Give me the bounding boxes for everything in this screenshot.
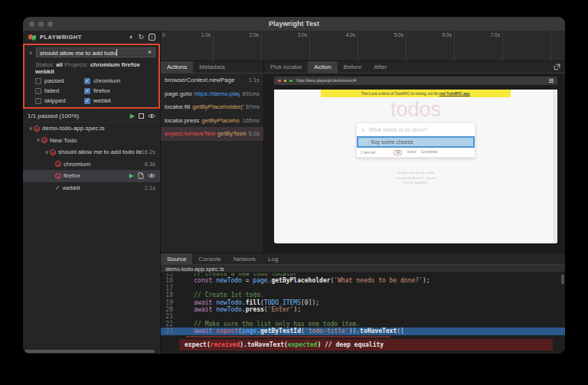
code-line-23[interactable]: 23 await expect(page.getByTestId('todo-t…	[161, 328, 565, 334]
tab-network[interactable]: Network	[227, 253, 262, 264]
todo-toggle-icon[interactable]	[361, 139, 368, 145]
run-test-icon[interactable]: ▶	[129, 173, 134, 179]
code-line-19[interactable]: 19 await newTodo.fill(TODO_ITEMS[0]);	[161, 299, 565, 306]
tab-log[interactable]: Log	[262, 253, 284, 264]
code-line-20[interactable]: 20 await newTodo.press('Enter');	[161, 306, 565, 313]
hamburger-menu-icon	[549, 78, 554, 83]
tree-row-should-allow-me-to-add-todo-ite-[interactable]: ∨×should allow me to add todo ite...16.2…	[23, 146, 160, 158]
action-title: browserContext.newPage	[165, 77, 235, 83]
open-external-icon[interactable]	[554, 64, 560, 70]
code-line-18[interactable]: 18 // Create 1st todo.	[161, 292, 565, 299]
sidebar-horizontal-scrollbar[interactable]	[24, 350, 155, 353]
filter-checkbox-failed[interactable]: failed	[35, 87, 84, 94]
clear-search-icon[interactable]: ×	[148, 49, 152, 56]
todo-card: ∨ What needs to be done? buy some cheese…	[356, 122, 475, 158]
action-duration: 165ms	[242, 117, 260, 124]
filter-checkbox-passed[interactable]: passed	[35, 77, 84, 84]
timeline-gridline	[261, 31, 262, 60]
tree-row-demo-todo-app-spec-ts[interactable]: ∨×demo-todo-app.spec.ts	[23, 122, 160, 135]
action-row-locator-press[interactable]: locator.pressgetByPlaceholde...165ms	[161, 114, 263, 128]
tab-metadata[interactable]: Metadata	[193, 61, 230, 73]
timeline-gridline	[309, 31, 310, 60]
timeline-gridline	[358, 31, 358, 60]
action-title: locator.fill	[165, 103, 190, 110]
real-todomvc-link[interactable]: real TodoMVC app.	[439, 92, 470, 96]
title-bar: Playwright Test	[23, 17, 565, 31]
tab-actions[interactable]: Actions	[161, 61, 193, 73]
todomvc-page: This is just a demo of TodoMVC for testi…	[274, 90, 557, 243]
filter-active-button[interactable]: Active	[407, 150, 416, 155]
todo-item-highlighted[interactable]: buy some cheese	[357, 136, 475, 148]
action-row-expect-tohavetext[interactable]: expect.toHaveTextgetByTestId('...5.0s	[161, 127, 263, 141]
expand-chevron-icon[interactable]: ∨	[28, 126, 34, 132]
timeline-gridline	[502, 31, 503, 60]
expand-chevron-icon[interactable]: ∨	[35, 137, 41, 143]
tab-console[interactable]: Console	[192, 253, 227, 264]
code-line-16[interactable]: 16 const newTodo = page.getByPlaceholder…	[161, 277, 565, 284]
filter-checkbox-webkit[interactable]: ✓webkit	[84, 97, 155, 104]
tab-action[interactable]: Action	[308, 61, 337, 73]
tab-before[interactable]: Before	[338, 61, 368, 73]
checkbox-unchecked-icon[interactable]	[35, 98, 41, 104]
checkbox-label: skipped	[44, 97, 66, 104]
stop-icon[interactable]	[139, 113, 144, 119]
timeline-tick-label: 2.0s	[244, 32, 259, 38]
search-value: should allow me to add todo	[40, 50, 116, 57]
fail-cross-icon: ×	[55, 173, 61, 179]
snapshot-url: https://demo.playwright.dev/todomvc/#/	[297, 79, 547, 83]
run-all-icon[interactable]: ▶	[130, 113, 135, 119]
watch-test-eye-icon[interactable]	[148, 173, 155, 178]
sidebar-header: PLAYWRIGHT ◐ ↻ ›	[23, 31, 160, 44]
source-file-icon[interactable]	[138, 172, 144, 179]
timeline[interactable]: 01.0s2.0s3.0s4.0s5.0s6.0s7.0s	[161, 31, 565, 61]
tab-pick-locator[interactable]: Pick locator	[264, 61, 308, 73]
test-tree: ∨×demo-todo-app.spec.ts∨×New Todo∨×shoul…	[23, 122, 160, 354]
checkbox-label: failed	[44, 87, 59, 94]
checkbox-checked-icon[interactable]: ✓	[84, 78, 90, 84]
code-scrollbar-thumb[interactable]	[561, 275, 564, 284]
checkbox-checked-icon[interactable]: ✓	[84, 88, 90, 94]
filter-checkbox-chromium[interactable]: ✓chromium	[84, 77, 155, 84]
code-viewer[interactable]: 15 // Create a new todo locator16 const …	[161, 273, 565, 338]
checkbox-checked-icon[interactable]: ✓	[84, 98, 90, 104]
code-line-22[interactable]: 22 // Make sure the list only has one to…	[161, 321, 565, 328]
code-line-21[interactable]: 21	[161, 313, 565, 320]
tree-row-new-todo[interactable]: ∨×New Todo	[23, 135, 160, 147]
sidebar: PLAYWRIGHT ◐ ↻ › ∨ should allow me to ad…	[23, 31, 161, 354]
tab-after[interactable]: After	[368, 61, 393, 73]
tree-row-webkit[interactable]: ✓webkit2.1s	[23, 182, 160, 194]
terminal-icon[interactable]: ›	[149, 34, 155, 41]
tree-row-firefox[interactable]: ×firefox▶	[23, 170, 160, 182]
expand-chevron-icon[interactable]: ∨	[44, 149, 50, 155]
browser-snapshot: https://demo.playwright.dev/todomvc/#/ T…	[274, 77, 557, 243]
action-row-browsercontext-newpage[interactable]: browserContext.newPage1.1s	[161, 73, 263, 87]
checkbox-unchecked-icon[interactable]	[35, 88, 41, 94]
checkbox-unchecked-icon[interactable]	[35, 78, 41, 84]
tab-source[interactable]: Source	[161, 253, 192, 264]
toggle-all-chevron-icon[interactable]: ∨	[361, 127, 364, 132]
filter-checkbox-skipped[interactable]: skipped	[35, 97, 84, 104]
filter-all-button[interactable]: All	[394, 150, 402, 155]
actions-tabstrip: ActionsMetadata	[161, 61, 263, 73]
tree-row-actions: ▶	[129, 172, 155, 179]
new-todo-input[interactable]: ∨ What needs to be done?	[357, 123, 475, 136]
action-row-locator-fill[interactable]: locator.fillgetByPlaceholder('W...57ms	[161, 100, 263, 114]
action-row-page-goto[interactable]: page.gotohttps://demo.playw...891ms	[161, 87, 263, 101]
filter-completed-button[interactable]: Completed	[421, 150, 438, 155]
action-duration: 891ms	[242, 90, 260, 97]
search-input[interactable]: should allow me to add todo ×	[36, 47, 155, 57]
page-scrollbar[interactable]	[554, 90, 557, 243]
code-line-17[interactable]: 17	[161, 285, 565, 292]
page-footnotes: Double-click to edit a todoCreated by Re…	[274, 171, 557, 186]
collapse-filters-chevron-icon[interactable]: ∨	[28, 50, 34, 56]
tree-row-chromium[interactable]: ×chromium6.3s	[23, 158, 160, 171]
source-tabstrip: SourceConsoleNetworkLog	[161, 253, 565, 265]
run-summary-label: 1/1 passed (100%)	[28, 113, 130, 119]
line-number: 20	[161, 306, 179, 313]
source-filename[interactable]: demo-todo-app.spec.ts	[161, 265, 565, 273]
reload-icon[interactable]: ↻	[138, 34, 144, 41]
timeline-tick-label: 6.0s	[437, 32, 452, 38]
theme-toggle-icon[interactable]: ◐	[129, 34, 133, 41]
filter-checkbox-firefox[interactable]: ✓firefox	[84, 87, 155, 94]
watch-all-eye-icon[interactable]	[148, 113, 155, 119]
